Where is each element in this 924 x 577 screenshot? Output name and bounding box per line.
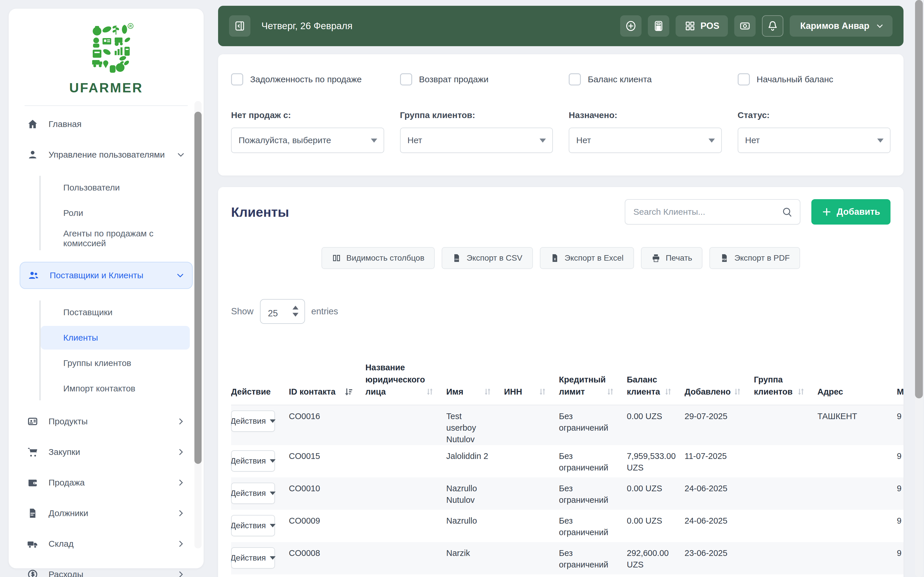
cell-credit-limit: Без ограничений <box>559 510 627 542</box>
table-header-row: Действие ID контакта Название юридическо… <box>231 354 903 405</box>
user-menu-button[interactable]: Каримов Анвар <box>790 15 893 37</box>
cash-register-button[interactable] <box>734 15 756 37</box>
cell-added: 24-06-2025 <box>685 477 754 510</box>
add-client-button[interactable]: Добавить <box>811 199 890 224</box>
col-client-group[interactable]: Группа клиентов <box>754 354 817 405</box>
sidebar-item-users[interactable]: Пользователи <box>41 176 193 200</box>
cell-name: Nazrullo Nutulov <box>446 477 504 510</box>
sidebar-scrollbar-thumb[interactable] <box>194 112 202 464</box>
col-legal-name[interactable]: Название юридического лица <box>365 354 446 405</box>
cell-mobile: 9 <box>897 477 903 510</box>
user-icon <box>27 149 38 160</box>
sidebar-item-warehouse[interactable]: Склад <box>19 534 193 553</box>
sidebar-toggle-button[interactable] <box>229 15 250 37</box>
chevron-down-icon <box>176 150 185 159</box>
col-balance[interactable]: Баланс клиента <box>627 354 685 405</box>
sidebar-item-expenses[interactable]: Расходы <box>19 565 193 577</box>
sort-icon[interactable] <box>733 387 742 396</box>
sidebar-item-roles[interactable]: Роли <box>41 201 193 225</box>
checkbox-icon[interactable] <box>400 73 412 85</box>
client-group-select[interactable]: Нет <box>400 127 553 153</box>
sort-icon[interactable] <box>483 387 492 396</box>
filter-opening-balance[interactable]: Начальный баланс <box>738 73 891 85</box>
plus-circle-icon <box>625 20 637 32</box>
sidebar-item-sales[interactable]: Продажа <box>19 473 193 492</box>
plus-icon <box>822 207 832 217</box>
sort-desc-icon[interactable] <box>343 387 353 396</box>
calculator-button[interactable] <box>648 15 669 37</box>
page-size-control: Show 25 entries <box>231 299 903 324</box>
notifications-button[interactable] <box>762 15 783 37</box>
sidebar-item-products[interactable]: Продукты <box>19 412 193 431</box>
export-pdf-button[interactable]: PDF Экспорт в PDF <box>709 247 800 269</box>
caret-down-icon <box>270 524 276 527</box>
cell-balance: 0.00 UZS <box>627 477 685 510</box>
cell-inn <box>504 477 559 510</box>
cell-mobile <box>897 574 903 577</box>
sort-icon[interactable] <box>425 387 434 396</box>
col-added[interactable]: Добавлено <box>685 354 754 405</box>
sort-icon[interactable] <box>796 387 805 396</box>
checkbox-icon[interactable] <box>569 73 581 85</box>
brand-logo: R UFARMER <box>9 9 204 95</box>
filter-assigned: Назначено: Нет <box>569 110 722 153</box>
sidebar-scrollbar[interactable] <box>194 101 202 548</box>
chevron-down-icon <box>876 22 884 30</box>
col-credit-limit[interactable]: Кредитный лимит <box>559 354 627 405</box>
col-name[interactable]: Имя <box>446 354 504 405</box>
sidebar-item-clients[interactable]: Клиенты <box>41 326 190 350</box>
sidebar-item-client-groups[interactable]: Группы клиентов <box>41 351 193 375</box>
page-scrollbar-thumb[interactable] <box>915 0 923 398</box>
sort-icon[interactable] <box>664 387 672 396</box>
checkbox-icon[interactable] <box>231 73 243 85</box>
checkbox-icon[interactable] <box>738 73 750 85</box>
print-button[interactable]: Печать <box>641 247 703 269</box>
col-contact-id[interactable]: ID контакта <box>289 354 365 405</box>
search-input[interactable] <box>625 199 800 224</box>
button-label: Экспорт в CSV <box>467 253 522 263</box>
assigned-select[interactable]: Нет <box>569 127 722 153</box>
page-scrollbar[interactable] <box>915 0 923 577</box>
cell-address <box>817 510 897 542</box>
sidebar-item-debtors[interactable]: Должники <box>19 504 193 523</box>
column-visibility-button[interactable]: Видимость столбцов <box>321 247 435 269</box>
cell-legal-name <box>365 445 446 477</box>
sort-icon[interactable] <box>538 387 547 396</box>
printer-icon <box>651 253 661 263</box>
export-csv-button[interactable]: CSV Экспорт в CSV <box>442 247 533 269</box>
sidebar-item-commission-agents[interactable]: Агенты по продажам с комиссией <box>41 227 193 250</box>
pos-button[interactable]: POS <box>675 15 728 37</box>
sort-icon[interactable] <box>606 387 615 396</box>
sidebar-item-user-management[interactable]: Управление пользователями <box>19 145 193 164</box>
filter-client-balance[interactable]: Баланс клиента <box>569 73 722 85</box>
search-box <box>625 199 800 224</box>
sidebar-item-home[interactable]: Главная <box>19 114 193 134</box>
svg-text:X: X <box>554 258 556 261</box>
row-actions-button[interactable]: Действия <box>231 547 275 569</box>
cell-legal-name <box>365 542 446 574</box>
sidebar-item-import-contacts[interactable]: Импорт контактов <box>41 377 193 400</box>
quick-add-button[interactable] <box>620 15 641 37</box>
sidebar-item-suppliers-clients[interactable]: Поставщики и Клиенты <box>19 262 193 289</box>
export-excel-button[interactable]: X Экспорт в Excel <box>540 247 634 269</box>
pos-label: POS <box>700 21 719 31</box>
caret-down-icon <box>270 556 276 560</box>
row-actions-button[interactable]: Действия <box>231 515 275 536</box>
status-select[interactable]: Нет <box>738 127 891 153</box>
col-inn[interactable]: ИНН <box>504 354 559 405</box>
page-size-select[interactable]: 25 <box>260 299 305 324</box>
row-actions-button[interactable]: Действия <box>231 450 275 472</box>
cell-credit-limit: Без ограничений <box>559 542 627 574</box>
row-actions-button[interactable]: Действия <box>231 483 275 504</box>
row-actions-button[interactable]: Действия <box>231 411 275 432</box>
spinner-up-down-icon[interactable] <box>291 305 300 318</box>
sidebar: R UFARMER Главная Управление пользовател… <box>9 9 204 568</box>
cell-contact-id: CO0016 <box>289 405 365 445</box>
sidebar-item-purchases[interactable]: Закупки <box>19 443 193 461</box>
cell-address <box>817 445 897 477</box>
sidebar-item-suppliers[interactable]: Поставщики <box>41 300 193 324</box>
checkbox-label: Задолженность по продаже <box>250 74 362 84</box>
no-sales-since-select[interactable]: Пожалуйста, выберите <box>231 127 384 153</box>
filter-sales-return[interactable]: Возврат продажи <box>400 73 553 85</box>
filter-sales-due[interactable]: Задолженность по продаже <box>231 73 384 85</box>
